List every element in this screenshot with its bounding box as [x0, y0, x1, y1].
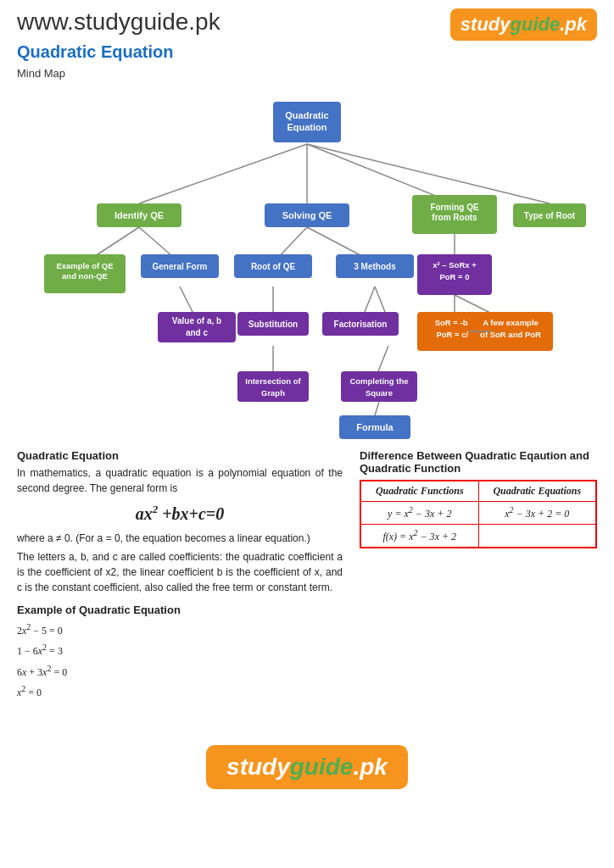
page-header: www.studyguide.pk studyguide.pk: [0, 0, 614, 41]
letters-note: The letters a, b, and c are called coeff…: [17, 549, 343, 595]
svg-text:Factorisation: Factorisation: [334, 320, 388, 329]
footer-logo-text: studyguide.pk: [226, 754, 388, 780]
svg-text:Solving QE: Solving QE: [282, 210, 332, 220]
svg-text:Forming QE: Forming QE: [430, 203, 479, 212]
svg-text:x² – SoRx +: x² – SoRx +: [433, 260, 477, 270]
mind-map: Quadratic Equation Identify QE Solving Q…: [0, 85, 614, 441]
svg-line-0: [139, 144, 307, 203]
diff-r2-c1: f(x) = x2 − 3x + 2: [360, 525, 478, 548]
difference-table: Quadratic Functions Quadratic Equations …: [360, 480, 597, 548]
mind-map-svg: Quadratic Equation Identify QE Solving Q…: [8, 85, 606, 441]
svg-text:Completing the: Completing the: [349, 376, 408, 386]
svg-text:PoR = 0: PoR = 0: [439, 272, 469, 281]
diff-row-1: y = x2 − 3x + 2 x2 − 3x + 2 = 0: [360, 502, 596, 525]
svg-text:Intersection of: Intersection of: [245, 376, 301, 386]
example-1: 2x2 − 5 = 0: [17, 620, 343, 641]
footer-badge: studyguide.pk: [206, 745, 408, 789]
footer: studyguide.pk: [0, 728, 614, 806]
diff-title: Difference Between Quadratic Eqaution an…: [360, 449, 597, 475]
site-title-block: www.studyguide.pk: [17, 8, 220, 36]
letters-note-text: The letters a, b, and c are called coeff…: [17, 551, 343, 593]
svg-line-62: [375, 402, 379, 415]
svg-line-3: [307, 144, 550, 203]
example-3: 6x + 3x2 = 0: [17, 661, 343, 682]
svg-text:Identify QE: Identify QE: [114, 210, 164, 220]
svg-text:Root of QE: Root of QE: [251, 262, 296, 271]
svg-text:Example of QE: Example of QE: [56, 261, 113, 270]
svg-text:Quadratic: Quadratic: [285, 110, 328, 120]
mind-map-label: Mind Map: [0, 62, 614, 85]
content-right: Difference Between Quadratic Eqaution an…: [360, 449, 597, 703]
svg-text:and c: and c: [186, 328, 209, 337]
where-note-text: where a ≠ 0. (For a = 0, the equation be…: [17, 532, 310, 544]
page-title: Quadratic Equation: [0, 41, 614, 62]
svg-text:Value of a, b: Value of a, b: [172, 316, 221, 326]
diff-col1-header: Quadratic Functions: [360, 481, 478, 502]
example-2: 1 − 6x2 = 3: [17, 640, 343, 661]
svg-text:PoR = c/a: PoR = c/a: [436, 330, 473, 339]
diff-r1-c2: x2 − 3x + 2 = 0: [478, 502, 596, 525]
svg-text:from Roots: from Roots: [432, 213, 477, 222]
content-area: Quadratic Equation In mathematics, a qua…: [0, 441, 614, 711]
svg-text:Equation: Equation: [287, 122, 327, 132]
diff-r1-c1: y = x2 − 3x + 2: [360, 502, 478, 525]
logo-text: studyguide.pk: [460, 14, 587, 36]
quadratic-intro: In mathematics, a quadratic equation is …: [17, 465, 343, 496]
svg-text:Type of Root: Type of Root: [524, 211, 576, 220]
example-4: x2 = 0: [17, 682, 343, 703]
svg-text:General Form: General Form: [152, 262, 207, 271]
diff-row-2: f(x) = x2 − 3x + 2: [360, 525, 596, 548]
content-left: Quadratic Equation In mathematics, a qua…: [17, 449, 343, 703]
quadratic-body-text: In mathematics, a quadratic equation is …: [17, 467, 343, 494]
svg-text:Substitution: Substitution: [248, 320, 298, 329]
logo-badge: studyguide.pk: [450, 8, 597, 41]
site-url: www.studyguide.pk: [17, 8, 220, 36]
svg-line-2: [307, 144, 455, 203]
svg-text:and non-QE: and non-QE: [62, 271, 108, 281]
svg-text:Graph: Graph: [261, 388, 285, 398]
svg-text:Formula: Formula: [356, 422, 394, 432]
quadratic-section-title: Quadratic Equation: [17, 449, 343, 462]
svg-text:3 Methods: 3 Methods: [354, 262, 396, 271]
general-formula: ax2 +bx+c=0: [17, 496, 343, 531]
example-section: Example of Quadratic Equation 2x2 − 5 = …: [17, 604, 343, 703]
example-list: 2x2 − 5 = 0 1 − 6x2 = 3 6x + 3x2 = 0 x2 …: [17, 620, 343, 703]
svg-text:Square: Square: [366, 388, 393, 398]
diff-col2-header: Quadratic Equations: [478, 481, 596, 502]
example-title: Example of Quadratic Equation: [17, 604, 343, 616]
where-note: where a ≠ 0. (For a = 0, the equation be…: [17, 531, 343, 546]
diff-r2-c2: [478, 525, 596, 548]
svg-text:A few example: A few example: [483, 318, 539, 327]
